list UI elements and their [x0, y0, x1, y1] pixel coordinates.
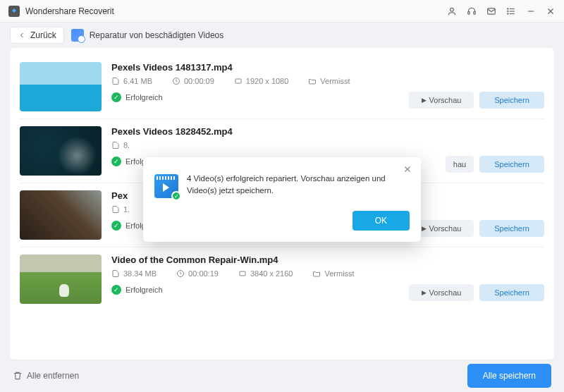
path-status: Vermisst — [308, 77, 350, 85]
app-title: Wondershare Recoverit — [25, 6, 114, 16]
duration: 00:00:19 — [176, 269, 219, 278]
save-all-button[interactable]: Alle speichern — [467, 364, 551, 388]
video-row: Video of the Common Repair-Win.mp4 38.34… — [20, 247, 544, 311]
svg-point-9 — [508, 13, 508, 13]
video-thumbnail[interactable] — [20, 255, 102, 304]
video-thumbnail[interactable] — [20, 62, 102, 111]
video-repair-icon — [71, 29, 84, 42]
resolution: 1920 x 1080 — [234, 77, 289, 85]
preview-button[interactable]: ▶Vorschau — [409, 92, 474, 109]
status-text: Erfolgreich — [125, 93, 163, 102]
modal-close-icon[interactable] — [403, 164, 412, 174]
preview-button[interactable]: ▶Vorschau — [409, 284, 474, 301]
trash-icon — [13, 371, 23, 381]
duration: 00:00:09 — [172, 77, 214, 85]
app-icon — [8, 6, 20, 17]
close-icon[interactable] — [546, 6, 556, 16]
video-thumbnail[interactable] — [20, 190, 102, 240]
remove-all-button[interactable]: Alle entfernen — [13, 371, 79, 381]
list-icon[interactable] — [506, 6, 516, 16]
save-button[interactable]: Speichern — [479, 284, 544, 301]
toolbar: Zurück Reparatur von beschädigten Videos — [0, 23, 564, 48]
file-icon — [111, 269, 120, 278]
status-text: Erfolgreich — [125, 286, 163, 294]
save-button[interactable]: Speichern — [479, 220, 544, 237]
back-button[interactable]: Zurück — [10, 27, 64, 44]
clock-icon — [176, 269, 185, 278]
folder-icon — [312, 269, 321, 278]
video-title: Pexels Videos 1828452.mp4 — [111, 126, 436, 137]
video-row: Pexels Videos 1481317.mp4 6.41 MB 00:00:… — [20, 55, 544, 119]
modal-message: 4 Video(s) erfolgreich repariert. Vorsch… — [187, 173, 410, 197]
file-icon — [111, 77, 120, 85]
footer: Alle entfernen Alle speichern — [0, 360, 564, 392]
save-button[interactable]: Speichern — [479, 92, 544, 109]
back-label: Zurück — [30, 30, 56, 40]
file-size: 8. — [111, 141, 130, 149]
file-icon — [111, 205, 120, 214]
check-icon: ✓ — [111, 92, 121, 102]
svg-rect-14 — [235, 79, 241, 83]
svg-rect-2 — [474, 11, 475, 13]
minimize-icon[interactable] — [526, 6, 536, 16]
video-thumbnail[interactable] — [20, 126, 102, 176]
dimensions-icon — [234, 77, 243, 85]
page-label: Reparatur von beschädigten Videos — [71, 29, 224, 42]
arrow-left-icon — [18, 31, 26, 39]
file-icon — [111, 141, 120, 149]
check-icon: ✓ — [111, 285, 121, 295]
check-icon: ✓ — [111, 157, 121, 166]
folder-icon — [308, 77, 317, 85]
video-success-icon: ✓ — [154, 174, 178, 198]
clock-icon — [172, 77, 180, 85]
modal-ok-button[interactable]: OK — [352, 211, 410, 231]
check-icon: ✓ — [111, 221, 121, 231]
svg-point-0 — [450, 8, 454, 11]
file-size: 38.34 MB — [111, 269, 157, 278]
mail-icon[interactable] — [486, 6, 496, 16]
file-size: 6.41 MB — [111, 77, 152, 85]
success-modal: ✓ 4 Video(s) erfolgreich repariert. Vors… — [143, 157, 421, 242]
svg-rect-16 — [240, 271, 245, 276]
save-button[interactable]: Speichern — [479, 156, 544, 173]
path-status: Vermisst — [312, 269, 354, 278]
titlebar: Wondershare Recoverit — [0, 0, 564, 23]
file-size: 1. — [111, 205, 130, 214]
dimensions-icon — [238, 269, 247, 278]
preview-button[interactable]: hau — [446, 156, 474, 173]
svg-point-7 — [508, 8, 508, 8]
svg-point-8 — [508, 11, 508, 11]
video-title: Video of the Common Repair-Win.mp4 — [111, 255, 399, 265]
video-title: Pexels Videos 1481317.mp4 — [111, 62, 399, 73]
user-icon[interactable] — [447, 6, 457, 16]
headset-icon[interactable] — [467, 6, 477, 16]
svg-rect-1 — [468, 11, 470, 13]
resolution: 3840 x 2160 — [238, 269, 293, 278]
